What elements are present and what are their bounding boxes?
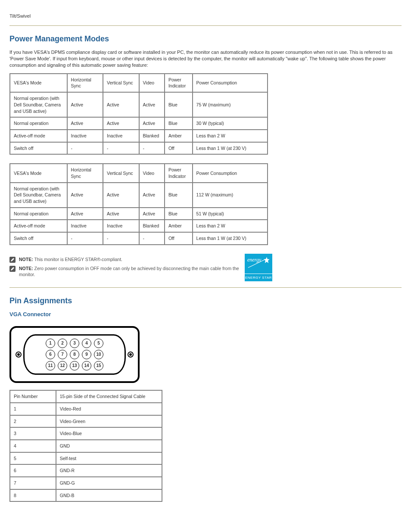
th: Power Indicator <box>165 74 192 92</box>
pin-12: 12 <box>58 361 67 370</box>
energy-star-label: ENERGY STAR <box>245 274 272 281</box>
pin-8: 8 <box>70 350 79 359</box>
pin-10: 10 <box>94 350 103 359</box>
table-row: VESA's Mode Horizontal Sync Vertical Syn… <box>10 74 267 92</box>
note-label: NOTE: <box>19 257 33 262</box>
th: Power Consumption <box>193 74 267 92</box>
th: Vertical Sync <box>103 164 138 182</box>
screw-icon <box>128 352 134 358</box>
pin-2: 2 <box>58 339 67 348</box>
screw-icon <box>16 352 22 358</box>
th: Vertical Sync <box>103 74 138 92</box>
th: Power Indicator <box>165 164 192 182</box>
table-row: Switch off---OffLess than 1 W (at 230 V) <box>10 143 267 154</box>
vga-shell: 1 2 3 4 5 6 7 8 9 10 11 12 13 14 15 <box>23 334 126 375</box>
th: Video <box>140 74 164 92</box>
table-row: Active-off modeInactiveInactiveBlankedAm… <box>10 220 267 232</box>
pin-11: 11 <box>46 361 55 370</box>
power-table-1: VESA's Mode Horizontal Sync Vertical Syn… <box>9 73 268 155</box>
table-row: Normal operationActiveActiveActiveBlue51… <box>10 208 267 220</box>
note-text: Zero power consumption in OFF mode can o… <box>19 266 239 277</box>
pin-14: 14 <box>82 361 91 370</box>
pin-4: 4 <box>82 339 91 348</box>
table-row: Pin Number 15-pin Side of the Connected … <box>10 391 162 402</box>
divider <box>9 287 402 288</box>
th: Pin Number <box>10 391 56 402</box>
th: Video <box>140 164 164 182</box>
pin-1: 1 <box>46 339 55 348</box>
note-1: NOTE: This monitor is ENERGY STAR®-compl… <box>9 256 242 263</box>
pin-6: 6 <box>46 350 55 359</box>
th: 15-pin Side of the Connected Signal Cabl… <box>56 391 162 402</box>
pin-13: 13 <box>70 361 79 370</box>
table-row: Switch off---OffLess than 1 W (at 230 V) <box>10 233 267 244</box>
th: Power Consumption <box>193 164 267 182</box>
power-table-2: VESA's Mode Horizontal Sync Vertical Syn… <box>9 163 268 245</box>
pin-9: 9 <box>82 350 91 359</box>
table-row: Normal operation (with Dell Soundbar, Ca… <box>10 93 267 117</box>
pin-3: 3 <box>70 339 79 348</box>
section-title-power: Power Management Modes <box>9 34 402 44</box>
vga-subtitle: VGA Connector <box>9 311 402 318</box>
pencil-icon <box>9 257 16 263</box>
swoosh-icon <box>247 257 271 269</box>
vga-connector-diagram: 1 2 3 4 5 6 7 8 9 10 11 12 13 14 15 <box>9 326 140 383</box>
power-description: If you have VESA's DPMS compliance displ… <box>9 49 397 69</box>
table-row: Normal operation (with Dell Soundbar, Ca… <box>10 183 267 207</box>
table-row: 6GND-R <box>10 465 162 476</box>
table-row: 2Video-Green <box>10 416 162 427</box>
table-row: 8GND-B <box>10 490 162 501</box>
page-top-caption: Tilt/Swivel <box>9 13 402 19</box>
table-row: Normal operationActiveActiveActiveBlue30… <box>10 118 267 129</box>
th: VESA's Mode <box>10 164 67 182</box>
note-2: NOTE: Zero power consumption in OFF mode… <box>9 265 242 278</box>
th: Horizontal Sync <box>68 164 103 182</box>
table-row: Active-off modeInactiveInactiveBlankedAm… <box>10 130 267 142</box>
table-row: 4GND <box>10 440 162 452</box>
note-label: NOTE: <box>19 266 33 271</box>
pin-5: 5 <box>94 339 103 348</box>
pin-7: 7 <box>58 350 67 359</box>
divider <box>9 25 402 26</box>
th: Horizontal Sync <box>68 74 103 92</box>
th: VESA's Mode <box>10 74 67 92</box>
table-row: 5Self-test <box>10 453 162 464</box>
pencil-icon <box>9 266 16 272</box>
table-row: 7GND-G <box>10 477 162 489</box>
table-row: VESA's Mode Horizontal Sync Vertical Syn… <box>10 164 267 182</box>
pin-15: 15 <box>94 361 103 370</box>
table-row: 1Video-Red <box>10 403 162 415</box>
note-text: This monitor is ENERGY STAR®-compliant. <box>34 257 122 262</box>
section-title-pins: Pin Assignments <box>9 296 402 306</box>
table-row: 3Video-Blue <box>10 428 162 439</box>
pin-assignment-table: Pin Number 15-pin Side of the Connected … <box>9 390 162 502</box>
energy-star-logo: energy ENERGY STAR <box>245 254 272 281</box>
